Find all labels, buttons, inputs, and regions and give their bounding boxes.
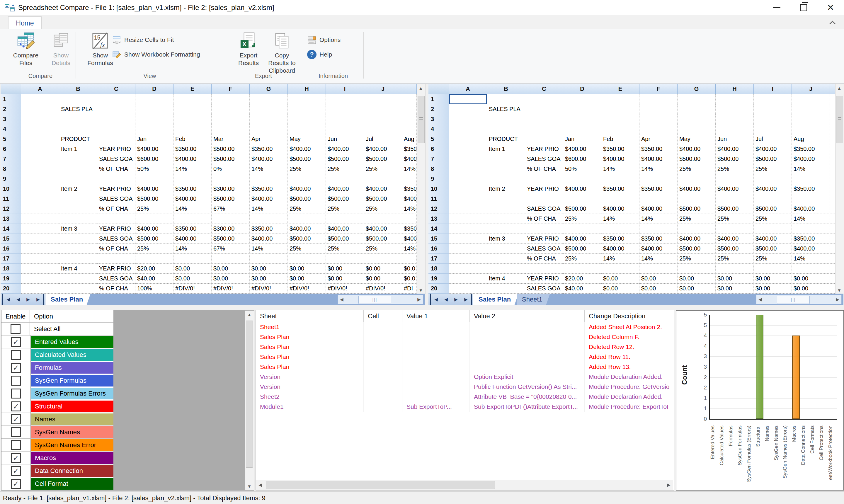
right-cell-G3[interactable]	[678, 114, 716, 124]
left-cell-C11[interactable]: SALES GOA	[97, 194, 136, 204]
right-cell-B9[interactable]	[487, 174, 525, 184]
left-cell-I12[interactable]: 25%	[326, 204, 364, 214]
option-checkbox-cell-format[interactable]: ✓	[11, 479, 21, 489]
right-cell-J6[interactable]: $350.00	[792, 144, 830, 154]
left-cell-H14[interactable]: $400.00	[288, 224, 326, 234]
right-row-header-17[interactable]: 17	[428, 254, 449, 264]
left-cell-C19[interactable]: SALES GOA	[97, 274, 136, 284]
left-row-header-14[interactable]: 14	[1, 224, 21, 234]
left-cell-B15[interactable]	[59, 234, 97, 244]
right-cell-B1[interactable]	[487, 94, 525, 104]
right-cell-F9[interactable]	[640, 174, 678, 184]
right-cell-D14[interactable]	[563, 224, 601, 234]
left-cell-E14[interactable]: $350.00	[174, 224, 212, 234]
right-cell-E1[interactable]	[601, 94, 640, 104]
right-cell-F16[interactable]: $400.00	[640, 244, 678, 254]
left-cell-C18[interactable]: YEAR PRIO	[97, 264, 136, 274]
right-row-header-9[interactable]: 9	[428, 174, 449, 184]
right-cell-C4[interactable]	[525, 124, 563, 134]
right-cell-J13[interactable]: 14%	[792, 214, 830, 224]
right-row-header-18[interactable]: 18	[428, 264, 449, 274]
right-pane-vscrollbar[interactable]: ▲ ▼	[835, 84, 844, 294]
left-cell-I1[interactable]	[326, 94, 364, 104]
left-cell-I14[interactable]: $400.00	[326, 224, 364, 234]
option-label-cell-calculated-values[interactable]: Calculated Values	[31, 348, 113, 361]
right-cell-A2[interactable]	[449, 104, 487, 114]
scroll-right-icon[interactable]: ▶	[415, 296, 423, 303]
left-row-header-19[interactable]: 19	[1, 274, 21, 284]
right-cell-D8[interactable]: 50%	[563, 164, 601, 174]
left-cell-J15[interactable]: $500.00	[364, 234, 402, 244]
right-cell-A14[interactable]	[449, 224, 487, 234]
left-vscroll-thumb[interactable]	[418, 96, 425, 143]
right-cell-I11[interactable]	[754, 194, 792, 204]
left-cell-F17[interactable]	[212, 254, 250, 264]
left-cell-F1[interactable]	[212, 94, 250, 104]
right-cell-E15[interactable]: $350.00	[601, 234, 640, 244]
right-cell-D7[interactable]: $600.00	[563, 154, 601, 164]
left-cell-I20[interactable]: #DIV/0!	[326, 284, 364, 294]
left-cell-J18[interactable]: $0.00	[364, 264, 402, 274]
left-cell-J4[interactable]	[364, 124, 402, 134]
left-cell-F16[interactable]: 67%	[212, 244, 250, 254]
left-row-header-16[interactable]: 16	[1, 244, 21, 254]
right-cell-J20[interactable]: $0.00	[792, 284, 830, 294]
right-cell-D2[interactable]	[563, 104, 601, 114]
copy-results-button[interactable]: Copy Results to Clipboard	[262, 31, 302, 72]
left-cell-D4[interactable]	[136, 124, 174, 134]
right-cell-J5[interactable]: Aug	[792, 134, 830, 144]
right-cell-D3[interactable]	[563, 114, 601, 124]
left-col-header-B[interactable]: B	[59, 84, 97, 94]
left-row-header-17[interactable]: 17	[1, 254, 21, 264]
left-cell-C2[interactable]	[97, 104, 136, 114]
left-cell-B20[interactable]	[59, 284, 97, 294]
scroll-up-icon[interactable]: ▲	[836, 84, 843, 92]
left-cell-F11[interactable]: $500.00	[212, 194, 250, 204]
left-cell-A10[interactable]	[21, 184, 59, 194]
right-cell-B4[interactable]	[487, 124, 525, 134]
right-cell-A1[interactable]	[449, 94, 487, 104]
left-cell-J3[interactable]	[364, 114, 402, 124]
right-cell-H16[interactable]: $500.00	[716, 244, 754, 254]
right-cell-G14[interactable]	[678, 224, 716, 234]
left-cell-H15[interactable]: $500.00	[288, 234, 326, 244]
left-col-header-A[interactable]: A	[21, 84, 59, 94]
right-cell-G15[interactable]: $400.00	[678, 234, 716, 244]
right-cell-B14[interactable]	[487, 224, 525, 234]
right-cell-F7[interactable]: $400.00	[640, 154, 678, 164]
option-label-cell-macros[interactable]: Macros	[31, 452, 113, 465]
first-sheet-icon[interactable]: ◀	[2, 294, 13, 305]
right-row-header-19[interactable]: 19	[428, 274, 449, 284]
left-cell-J20[interactable]: #DIV/0!	[364, 284, 402, 294]
right-cell-F6[interactable]: $350.00	[640, 144, 678, 154]
right-cell-D19[interactable]: $20.00	[563, 274, 601, 284]
right-cell-J14[interactable]	[792, 224, 830, 234]
left-cell-H10[interactable]: $400.00	[288, 184, 326, 194]
left-cell-G16[interactable]: 14%	[250, 244, 288, 254]
left-cell-E20[interactable]: #DIV/0!	[174, 284, 212, 294]
left-cell-E8[interactable]: 14%	[174, 164, 212, 174]
right-cell-B2[interactable]: SALES PLA	[487, 104, 525, 114]
left-cell-H9[interactable]	[288, 174, 326, 184]
prev-sheet-icon[interactable]: ◀	[441, 294, 451, 305]
right-cell-I13[interactable]: 25%	[754, 214, 792, 224]
right-cell-G13[interactable]: 25%	[678, 214, 716, 224]
tab-home[interactable]: Home	[8, 16, 42, 30]
left-cell-H13[interactable]	[288, 214, 326, 224]
left-cell-G10[interactable]: $350.00	[250, 184, 288, 194]
right-cell-I6[interactable]: $400.00	[754, 144, 792, 154]
left-cell-I3[interactable]	[326, 114, 364, 124]
option-checkbox-formulas[interactable]: ✓	[11, 363, 21, 373]
right-cell-B19[interactable]: Item 4	[487, 274, 525, 284]
left-row-header-20[interactable]: 20	[1, 284, 21, 294]
right-cell-D6[interactable]: $400.00	[563, 144, 601, 154]
option-checkbox-sysgen-names[interactable]	[11, 427, 21, 437]
right-col-header-G[interactable]: G	[678, 84, 716, 94]
right-cell-A9[interactable]	[449, 174, 487, 184]
right-cell-A20[interactable]	[449, 284, 487, 294]
right-cell-B20[interactable]	[487, 284, 525, 294]
left-cell-G7[interactable]: $400.00	[250, 154, 288, 164]
right-cell-H19[interactable]: $0.00	[716, 274, 754, 284]
left-row-header-8[interactable]: 8	[1, 164, 21, 174]
results-header-value1[interactable]: Value 1	[402, 310, 470, 322]
